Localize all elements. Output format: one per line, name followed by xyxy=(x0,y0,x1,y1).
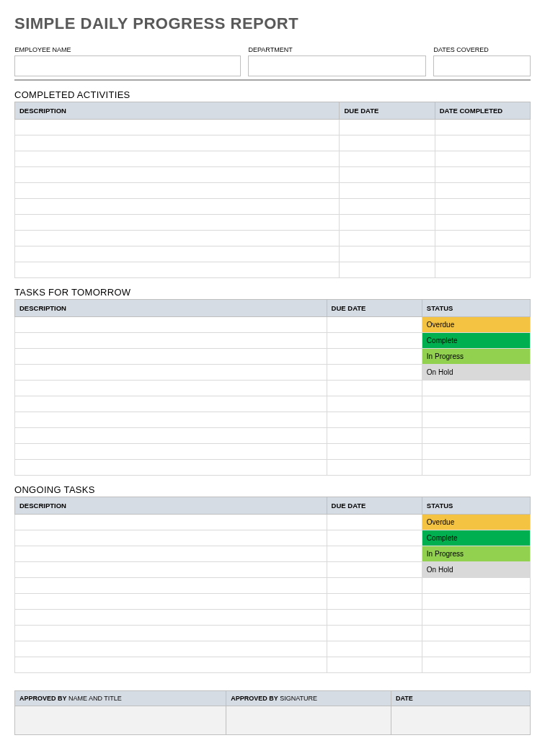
cell[interactable] xyxy=(327,626,422,641)
cell[interactable] xyxy=(15,317,327,333)
status-cell[interactable] xyxy=(422,626,530,641)
cell[interactable] xyxy=(15,530,327,546)
cell[interactable] xyxy=(15,546,327,562)
cell[interactable] xyxy=(15,349,327,365)
status-cell[interactable]: Complete xyxy=(422,530,530,546)
cell[interactable] xyxy=(340,262,435,278)
cell[interactable] xyxy=(435,151,530,167)
cell[interactable] xyxy=(435,183,530,199)
col-date-completed: DATE COMPLETED xyxy=(435,102,530,120)
cell[interactable] xyxy=(435,231,530,246)
cell[interactable] xyxy=(327,317,422,333)
cell[interactable] xyxy=(340,215,435,231)
cell[interactable] xyxy=(327,515,422,530)
cell[interactable] xyxy=(327,349,422,365)
cell[interactable] xyxy=(327,546,422,562)
department-field[interactable] xyxy=(248,56,425,76)
cell[interactable] xyxy=(15,460,327,476)
approved-name-title-label: APPROVED BY NAME AND TITLE xyxy=(15,691,226,706)
cell[interactable] xyxy=(340,120,435,135)
dates-field[interactable] xyxy=(433,56,530,76)
status-cell[interactable] xyxy=(422,657,530,673)
approved-name-title-field[interactable] xyxy=(15,706,226,735)
cell[interactable] xyxy=(327,530,422,546)
cell[interactable] xyxy=(327,657,422,673)
cell[interactable] xyxy=(327,578,422,594)
status-cell[interactable]: On Hold xyxy=(422,562,530,578)
cell[interactable] xyxy=(15,381,327,396)
cell[interactable] xyxy=(327,396,422,412)
cell[interactable] xyxy=(15,396,327,412)
cell[interactable] xyxy=(15,428,327,444)
approved-date-field[interactable] xyxy=(391,706,530,735)
cell[interactable] xyxy=(15,594,327,610)
cell[interactable] xyxy=(327,610,422,626)
cell[interactable] xyxy=(327,381,422,396)
cell[interactable] xyxy=(340,167,435,183)
cell[interactable] xyxy=(15,151,340,167)
cell[interactable] xyxy=(435,246,530,262)
cell[interactable] xyxy=(15,135,340,151)
status-cell[interactable] xyxy=(422,428,530,444)
status-cell[interactable] xyxy=(422,396,530,412)
cell[interactable] xyxy=(15,657,327,673)
status-cell[interactable]: In Progress xyxy=(422,546,530,562)
status-cell[interactable] xyxy=(422,444,530,460)
cell[interactable] xyxy=(15,183,340,199)
cell[interactable] xyxy=(327,562,422,578)
cell[interactable] xyxy=(340,151,435,167)
cell[interactable] xyxy=(340,183,435,199)
status-cell[interactable] xyxy=(422,578,530,594)
cell[interactable] xyxy=(327,412,422,428)
cell[interactable] xyxy=(15,641,327,657)
cell[interactable] xyxy=(15,626,327,641)
approved-signature-field[interactable] xyxy=(226,706,391,735)
cell[interactable] xyxy=(435,135,530,151)
status-cell[interactable] xyxy=(422,610,530,626)
cell[interactable] xyxy=(327,333,422,349)
cell[interactable] xyxy=(435,167,530,183)
cell[interactable] xyxy=(15,562,327,578)
cell[interactable] xyxy=(15,167,340,183)
status-cell[interactable] xyxy=(422,594,530,610)
cell[interactable] xyxy=(15,578,327,594)
cell[interactable] xyxy=(435,120,530,135)
status-cell[interactable]: Complete xyxy=(422,333,530,349)
cell[interactable] xyxy=(327,641,422,657)
cell[interactable] xyxy=(327,365,422,381)
cell[interactable] xyxy=(327,444,422,460)
status-cell[interactable] xyxy=(422,641,530,657)
cell[interactable] xyxy=(327,594,422,610)
cell[interactable] xyxy=(15,333,327,349)
cell[interactable] xyxy=(340,135,435,151)
cell[interactable] xyxy=(15,262,340,278)
status-cell[interactable] xyxy=(422,412,530,428)
cell[interactable] xyxy=(15,365,327,381)
cell[interactable] xyxy=(15,215,340,231)
cell[interactable] xyxy=(327,428,422,444)
cell[interactable] xyxy=(340,199,435,215)
col-status: STATUS xyxy=(422,300,530,317)
status-cell[interactable]: In Progress xyxy=(422,349,530,365)
cell[interactable] xyxy=(15,246,340,262)
employee-field[interactable] xyxy=(15,56,241,76)
status-cell[interactable]: On Hold xyxy=(422,365,530,381)
table-row xyxy=(15,215,531,231)
cell[interactable] xyxy=(327,460,422,476)
cell[interactable] xyxy=(15,610,327,626)
status-cell[interactable] xyxy=(422,460,530,476)
cell[interactable] xyxy=(340,246,435,262)
cell[interactable] xyxy=(15,199,340,215)
cell[interactable] xyxy=(435,215,530,231)
cell[interactable] xyxy=(340,231,435,246)
cell[interactable] xyxy=(15,231,340,246)
cell[interactable] xyxy=(15,120,340,135)
cell[interactable] xyxy=(435,262,530,278)
cell[interactable] xyxy=(15,444,327,460)
cell[interactable] xyxy=(15,412,327,428)
cell[interactable] xyxy=(15,515,327,530)
status-cell[interactable]: Overdue xyxy=(422,515,530,530)
status-cell[interactable] xyxy=(422,381,530,396)
cell[interactable] xyxy=(435,199,530,215)
status-cell[interactable]: Overdue xyxy=(422,317,530,333)
